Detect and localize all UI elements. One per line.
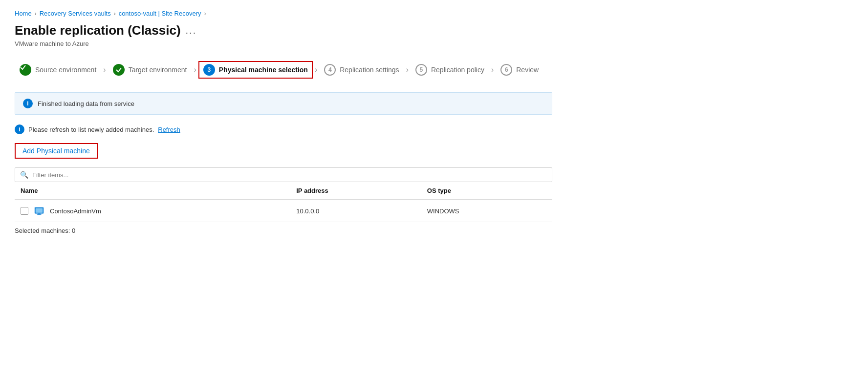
step-sep-1: › — [103, 65, 106, 74]
page-subtitle: VMware machine to Azure — [15, 40, 853, 47]
breadcrumb-sep-3: › — [204, 10, 206, 17]
table-header-row: Name IP address OS type — [15, 182, 552, 200]
step-sep-3: › — [315, 65, 317, 74]
selected-machines-count: Selected machines: 0 — [15, 227, 552, 234]
step-5-label: Replication policy — [431, 66, 484, 74]
info-banner-message: Finished loading data from service — [38, 100, 134, 107]
machine-name-0: ContosoAdminVm — [50, 207, 101, 215]
svg-rect-3 — [38, 214, 41, 215]
step-physical-machine-selection[interactable]: 3 Physical machine selection — [198, 61, 313, 79]
col-header-name: Name — [15, 182, 290, 200]
step-sep-4: › — [406, 65, 409, 74]
table-cell-os-0: WINDOWS — [421, 200, 552, 222]
step-6-label: Review — [516, 66, 539, 74]
refresh-notice-text: Please refresh to list newly added machi… — [28, 126, 154, 133]
page-title: Enable replication (Classic) — [15, 23, 181, 38]
vm-icon-0 — [33, 205, 45, 217]
refresh-notice: i Please refresh to list newly added mac… — [15, 124, 853, 134]
breadcrumb-contoso-vault[interactable]: contoso-vault | Site Recovery — [119, 10, 201, 17]
breadcrumb-sep-1: › — [35, 10, 37, 17]
table-row: ContosoAdminVm 10.0.0.0 WINDOWS — [15, 200, 552, 222]
step-5-badge: 5 — [415, 64, 427, 76]
filter-row: 🔍 — [15, 167, 552, 182]
info-icon: i — [23, 99, 33, 108]
step-replication-policy[interactable]: 5 Replication policy — [411, 61, 489, 79]
breadcrumb: Home › Recovery Services vaults › contos… — [15, 10, 853, 17]
step-source-environment[interactable]: Source environment — [15, 61, 101, 79]
filter-search-icon: 🔍 — [20, 171, 28, 179]
step-6-badge: 6 — [500, 64, 512, 76]
svg-rect-4 — [37, 214, 41, 215]
step-3-label: Physical machine selection — [219, 66, 308, 74]
step-4-label: Replication settings — [340, 66, 399, 74]
breadcrumb-recovery-vaults[interactable]: Recovery Services vaults — [40, 10, 111, 17]
step-target-environment[interactable]: Target environment — [108, 61, 192, 79]
step-2-label: Target environment — [129, 66, 187, 74]
more-options-button[interactable]: ... — [186, 25, 197, 36]
filter-input[interactable] — [32, 171, 547, 179]
title-row: Enable replication (Classic) ... — [15, 23, 853, 38]
stepper: Source environment › Target environment … — [15, 61, 853, 79]
machine-table: Name IP address OS type — [15, 182, 552, 222]
table-cell-ip-0: 10.0.0.0 — [290, 200, 421, 222]
breadcrumb-home[interactable]: Home — [15, 10, 32, 17]
main-page: Home › Recovery Services vaults › contos… — [0, 0, 868, 244]
machine-checkbox-0[interactable] — [21, 207, 28, 215]
step-1-badge — [20, 64, 31, 76]
breadcrumb-sep-2: › — [114, 10, 116, 17]
refresh-link[interactable]: Refresh — [158, 126, 180, 133]
step-replication-settings[interactable]: 4 Replication settings — [319, 61, 404, 79]
step-sep-5: › — [491, 65, 494, 74]
step-4-badge: 4 — [324, 64, 336, 76]
refresh-info-icon: i — [15, 124, 24, 134]
step-2-badge — [113, 64, 125, 76]
add-physical-machine-button[interactable]: Add Physical machine — [15, 143, 98, 159]
col-header-ip: IP address — [290, 182, 421, 200]
info-banner: i Finished loading data from service — [15, 92, 552, 115]
step-sep-2: › — [194, 65, 196, 74]
table-cell-name: ContosoAdminVm — [15, 200, 290, 222]
step-3-badge: 3 — [203, 64, 215, 76]
col-header-os: OS type — [421, 182, 552, 200]
svg-rect-2 — [36, 208, 43, 213]
step-review[interactable]: 6 Review — [496, 61, 543, 79]
step-1-label: Source environment — [35, 66, 96, 74]
